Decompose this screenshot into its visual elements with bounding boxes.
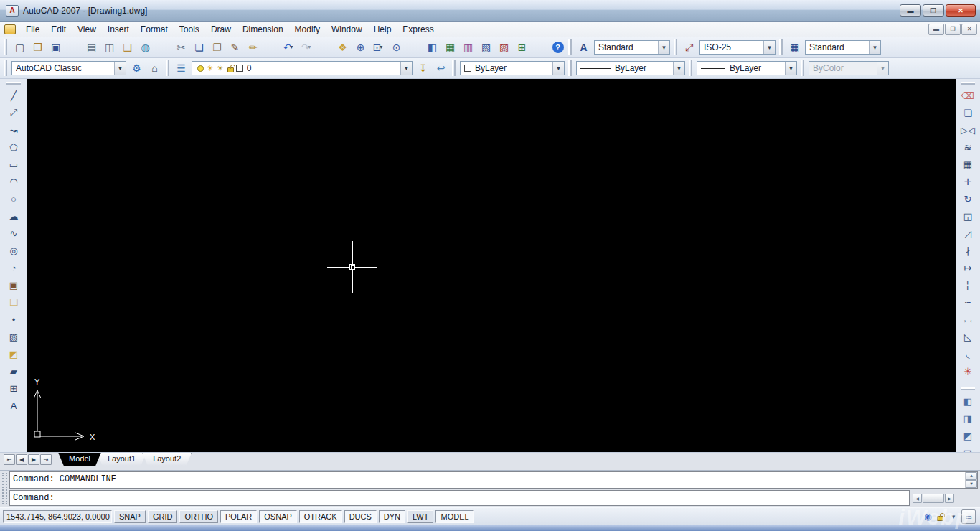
menu-dimension[interactable]: Dimension [237,23,289,36]
toolbar-grip[interactable] [4,60,7,76]
table-icon[interactable]: ⊞ [6,380,22,396]
osnap-toggle[interactable]: OSNAP [259,510,297,523]
menu-edit[interactable]: Edit [45,23,72,36]
communication-center-icon[interactable]: ◉ [925,512,932,522]
toolbar-grip[interactable] [674,39,677,55]
zoom-realtime-icon[interactable]: ⊕ [352,39,368,56]
construction-line-icon[interactable]: ⤢ [6,105,22,121]
array-icon[interactable]: ▦ [960,156,976,172]
toolbar-grip[interactable] [568,60,572,76]
scale-icon[interactable]: ◱ [960,208,976,224]
menu-tools[interactable]: Tools [174,23,205,36]
cut-icon[interactable]: ✂ [172,39,189,56]
properties-icon[interactable]: ◧ [423,39,440,56]
explode-icon[interactable]: ✳ [960,363,976,379]
doc-close-button[interactable]: ✕ [961,24,977,35]
toolbar-grip[interactable] [801,60,804,76]
make-object-layer-current-icon[interactable]: ↧ [415,60,431,77]
polyline-icon[interactable]: ↝ [6,122,22,138]
dim-style-icon[interactable]: ⤢ [681,39,697,56]
command-input[interactable]: Command: [9,490,910,506]
markup-set-manager-icon[interactable]: ▨ [495,39,512,56]
toolbar-grip[interactable] [961,387,975,390]
dyn-toggle[interactable]: DYN [379,510,405,523]
command-input-scrollbar[interactable]: ◀ ▶ [912,490,978,506]
rotate-icon[interactable]: ↻ [960,191,976,207]
point-icon[interactable]: • [6,311,22,327]
paste-icon[interactable]: ❐ [208,39,225,56]
spline-icon[interactable]: ∿ [6,225,22,241]
ortho-toggle[interactable]: ORTHO [179,510,218,523]
polygon-icon[interactable]: ⬠ [6,139,22,155]
tab-model[interactable]: Model [58,453,101,466]
menu-insert[interactable]: Insert [102,23,135,36]
help-icon[interactable]: ? [549,39,565,56]
rectangle-icon[interactable]: ▭ [6,156,22,172]
toolbar-grip[interactable] [689,60,692,76]
chevron-down-icon[interactable]: ▼ [114,62,126,75]
close-button[interactable]: ✕ [946,4,976,17]
workspace-combo[interactable]: AutoCAD Classic ▼ [11,61,126,75]
command-window-grip[interactable] [2,473,7,504]
hatch-icon[interactable]: ▨ [6,329,22,344]
chevron-down-icon[interactable]: ▼ [869,41,880,54]
open-icon[interactable]: ❒ [29,39,45,56]
plot-icon[interactable]: ▤ [83,39,99,56]
copy-object-icon[interactable]: ❏ [960,105,976,121]
toolbar-grip[interactable] [568,39,572,55]
chevron-down-icon[interactable]: ▼ [658,41,669,54]
trim-icon[interactable]: ∤ [960,243,976,258]
layer-previous-icon[interactable]: ↩ [433,60,449,77]
gradient-icon[interactable]: ◩ [6,346,22,362]
scroll-right-icon[interactable]: ▶ [945,494,954,503]
linetype-combo[interactable]: ByLayer ▼ [576,61,685,75]
ellipse-arc-icon[interactable]: ◔ [6,260,22,276]
tab-layout1[interactable]: Layout1 [97,453,146,466]
join-icon[interactable]: →← [960,311,976,327]
tray-menu-arrow-icon[interactable]: ▼ [951,514,956,520]
zoom-window-icon[interactable]: ⊡▾ [369,39,386,56]
toolbar-grip[interactable] [961,82,975,85]
scroll-thumb[interactable] [923,494,944,503]
publish-icon[interactable]: ❑ [118,39,135,56]
toolbar-grip[interactable] [779,39,783,55]
lwt-toggle[interactable]: LWT [407,510,433,523]
scroll-down-icon[interactable]: ▼ [966,480,977,488]
color-combo[interactable]: ByLayer ▼ [460,61,565,75]
otrack-toggle[interactable]: OTRACK [299,510,342,523]
chamfer-icon[interactable]: ◺ [960,329,976,344]
tab-next-button[interactable]: ▶ [28,454,39,465]
my-workspace-icon[interactable]: ⌂ [146,60,163,77]
save-icon[interactable]: ▣ [47,39,63,56]
toolbar-grip[interactable] [4,39,7,55]
zoom-previous-icon[interactable]: ⊙ [387,39,404,56]
tab-first-button[interactable]: ⇤ [4,454,15,465]
break-at-point-icon[interactable]: ╎ [960,277,976,293]
arc-icon[interactable]: ◠ [6,174,22,189]
doc-minimize-button[interactable]: ▬ [928,24,944,35]
extend-icon[interactable]: ↦ [960,260,976,276]
scroll-left-icon[interactable]: ◀ [913,494,922,503]
menu-draw[interactable]: Draw [205,23,237,36]
toolbar-grip[interactable] [6,82,21,85]
region-icon[interactable]: ▰ [6,363,22,379]
coordinate-readout[interactable]: 1543.7145, 864.9023, 0.0000 [3,510,112,523]
menu-view[interactable]: View [72,23,102,36]
copy-icon[interactable]: ❏ [190,39,207,56]
restore-button[interactable]: ❐ [923,4,944,17]
chevron-down-icon[interactable]: ▼ [400,62,412,75]
scroll-up-icon[interactable]: ▲ [966,472,977,480]
tool-palettes-icon[interactable]: ▥ [459,39,476,56]
new-icon[interactable]: ▢ [11,39,27,56]
erase-icon[interactable]: ⌫ [960,88,976,103]
menu-modify[interactable]: Modify [289,23,326,36]
tab-prev-button[interactable]: ◀ [16,454,27,465]
move-icon[interactable]: ✛ [960,174,976,189]
table-style-combo[interactable]: Standard ▼ [805,40,881,55]
polar-toggle[interactable]: POLAR [220,510,257,523]
revision-cloud-icon[interactable]: ☁ [6,208,22,224]
quickcalc-icon[interactable]: ⊞ [513,39,529,56]
tab-layout2[interactable]: Layout2 [142,453,192,466]
offset-icon[interactable]: ≋ [960,139,976,155]
tab-last-button[interactable]: ⇥ [40,454,52,465]
